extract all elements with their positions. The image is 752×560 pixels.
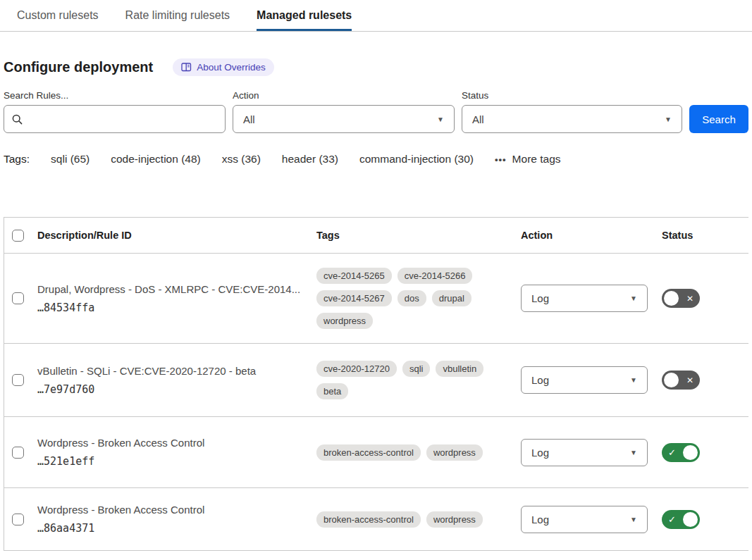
tag-pill: wordpress: [426, 511, 483, 528]
tag-pill: vbulletin: [436, 361, 483, 377]
rule-id: …521e1eff: [37, 455, 313, 468]
row-checkbox-cell: [4, 514, 34, 525]
status-filter-select[interactable]: All ▼: [462, 105, 682, 133]
rule-id: …84534ffa: [37, 301, 313, 314]
action-filter-group: Action All ▼: [233, 90, 455, 133]
status-cell: ✓ ✕: [658, 510, 748, 529]
status-cell: ✓ ✕: [658, 371, 748, 390]
status-toggle[interactable]: ✓ ✕: [662, 289, 700, 308]
about-overrides-badge[interactable]: About Overrides: [173, 58, 274, 76]
check-icon: ✓: [668, 447, 676, 458]
chevron-down-icon: ▼: [630, 376, 637, 384]
tag-pill: sqli: [402, 361, 431, 377]
status-toggle[interactable]: ✓ ✕: [662, 443, 700, 462]
search-button[interactable]: Search: [689, 105, 748, 133]
rule-id: …7e97d760: [37, 383, 313, 396]
table-row: vBulletin - SQLi - CVE:CVE-2020-12720 - …: [4, 344, 748, 417]
tag-link[interactable]: sqli (65): [51, 153, 90, 166]
rules-table: Description/Rule ID Tags Action Status D…: [4, 217, 748, 551]
ellipsis-icon: •••: [495, 154, 507, 165]
search-box: [4, 105, 226, 133]
action-cell: Log ▼: [517, 506, 658, 533]
toggle-knob: [683, 445, 698, 460]
action-select[interactable]: Log ▼: [521, 366, 648, 394]
chevron-down-icon: ▼: [630, 516, 637, 523]
tag-link[interactable]: header (33): [282, 153, 338, 166]
tag-pill: dos: [397, 290, 426, 306]
rule-cell: Drupal, Wordpress - DoS - XMLRPC - CVE:C…: [34, 283, 313, 314]
tag-pill: wordpress: [426, 444, 483, 461]
chevron-down-icon: ▼: [630, 449, 637, 456]
action-cell: Log ▼: [517, 439, 658, 466]
action-filter-value: All: [243, 113, 255, 125]
status-filter-label: Status: [462, 90, 682, 101]
rule-description[interactable]: Drupal, Wordpress - DoS - XMLRPC - CVE:C…: [37, 283, 313, 295]
filter-bar: Search Rules... Action All ▼ Status: [4, 90, 748, 133]
action-select[interactable]: Log ▼: [521, 506, 648, 533]
tag-pill: broken-access-control: [316, 511, 421, 528]
table-header: Description/Rule ID Tags Action Status: [4, 218, 748, 254]
row-checkbox[interactable]: [12, 374, 24, 386]
heading-row: Configure deployment About Overrides: [4, 58, 748, 76]
tags-bar-label: Tags:: [4, 153, 30, 166]
column-action: Action: [517, 230, 658, 241]
rule-tags: cve-2020-12720sqlivbulletinbeta: [313, 361, 517, 399]
action-select[interactable]: Log ▼: [521, 285, 648, 312]
status-toggle[interactable]: ✓ ✕: [662, 510, 700, 529]
tab-bar: Custom rulesetsRate limiting rulesetsMan…: [0, 0, 752, 32]
chevron-down-icon: ▼: [437, 116, 444, 123]
rule-description[interactable]: Wordpress - Broken Access Control: [37, 437, 313, 449]
row-checkbox[interactable]: [12, 447, 24, 459]
tag-link[interactable]: command-injection (30): [359, 153, 474, 166]
chevron-down-icon: ▼: [630, 294, 637, 302]
tag-pill: drupal: [432, 290, 471, 306]
tab-custom-rulesets[interactable]: Custom rulesets: [17, 0, 99, 31]
tag-links: sqli (65)code-injection (48)xss (36)head…: [51, 153, 474, 166]
row-checkbox-cell: [4, 374, 34, 386]
search-group: Search Rules...: [4, 90, 226, 133]
rule-tags: broken-access-controlwordpress: [313, 511, 517, 528]
tag-pill: wordpress: [316, 313, 373, 329]
x-icon: ✕: [686, 375, 694, 385]
book-icon: [181, 63, 192, 72]
page-title: Configure deployment: [4, 59, 153, 75]
row-checkbox-cell: [4, 292, 34, 304]
tab-managed-rulesets[interactable]: Managed rulesets: [257, 0, 352, 31]
main-content: Configure deployment About Overrides Sea…: [0, 58, 752, 551]
column-tags: Tags: [313, 230, 517, 241]
status-toggle[interactable]: ✓ ✕: [662, 371, 700, 390]
rule-description[interactable]: vBulletin - SQLi - CVE:CVE-2020-12720 - …: [37, 365, 313, 377]
action-select[interactable]: Log ▼: [521, 439, 648, 466]
search-input[interactable]: [29, 113, 218, 125]
tag-pill: cve-2014-5266: [397, 268, 473, 284]
row-checkbox[interactable]: [12, 292, 24, 304]
tag-pill: cve-2014-5267: [316, 290, 392, 306]
tag-link[interactable]: code-injection (48): [111, 153, 201, 166]
action-filter-label: Action: [233, 90, 455, 101]
toggle-knob: [664, 291, 679, 306]
toggle-knob: [664, 373, 679, 387]
about-overrides-label: About Overrides: [197, 62, 266, 73]
action-filter-select[interactable]: All ▼: [233, 105, 455, 133]
tag-pill: cve-2014-5265: [316, 268, 392, 284]
toggle-knob: [683, 512, 698, 527]
tag-link[interactable]: xss (36): [222, 153, 261, 166]
status-cell: ✓ ✕: [658, 443, 748, 462]
column-status: Status: [658, 230, 748, 241]
select-all-checkbox[interactable]: [12, 230, 24, 242]
chevron-down-icon: ▼: [665, 116, 672, 123]
row-checkbox[interactable]: [12, 514, 24, 525]
row-checkbox-cell: [4, 447, 34, 459]
rule-tags: cve-2014-5265cve-2014-5266cve-2014-5267d…: [313, 268, 517, 329]
rule-cell: Wordpress - Broken Access Control …86aa4…: [34, 504, 313, 535]
rule-description[interactable]: Wordpress - Broken Access Control: [37, 504, 313, 516]
more-tags-label: More tags: [512, 153, 561, 166]
check-icon: ✓: [668, 514, 676, 525]
action-cell: Log ▼: [517, 285, 658, 312]
action-select-value: Log: [531, 514, 549, 525]
tab-rate-limiting-rulesets[interactable]: Rate limiting rulesets: [125, 0, 230, 31]
action-select-value: Log: [531, 374, 549, 386]
status-filter-group: Status All ▼: [462, 90, 682, 133]
action-select-value: Log: [531, 447, 549, 459]
more-tags-button[interactable]: ••• More tags: [495, 153, 561, 166]
